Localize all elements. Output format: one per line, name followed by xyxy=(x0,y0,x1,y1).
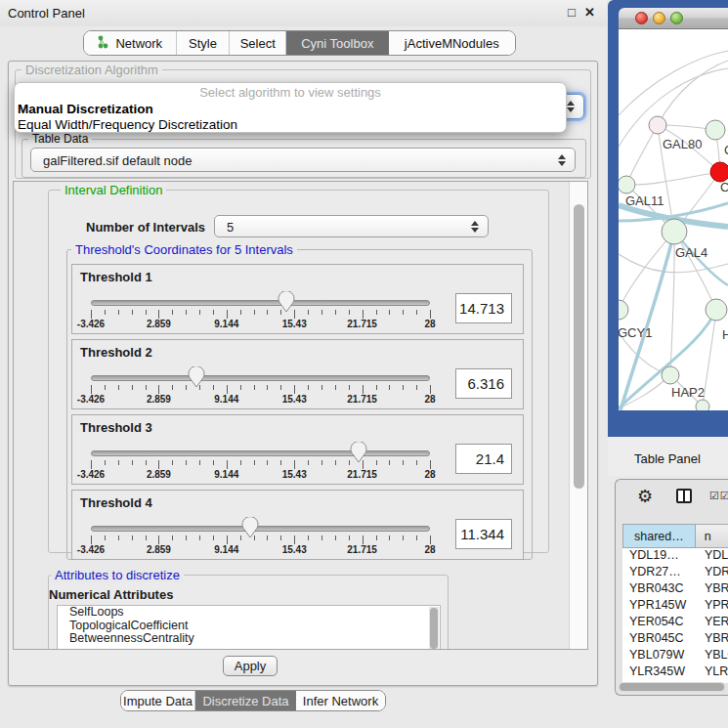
column-header-shared[interactable]: shared… xyxy=(622,524,696,548)
threshold-box-4: Threshold 4-3.4262.8599.14415.4321.71528… xyxy=(71,490,524,560)
dropdown-option-equal-width-frequency[interactable]: Equal Width/Frequency Discretization xyxy=(15,117,566,133)
column-header-name[interactable]: n xyxy=(696,524,728,548)
node-label: G xyxy=(724,143,728,157)
network-icon xyxy=(97,35,109,52)
threshold-value-field[interactable]: 6.316 xyxy=(455,368,512,399)
cell-shared-name: YPR145W xyxy=(622,598,696,615)
discretization-algorithm-group-title: Discretization Algorithm xyxy=(21,63,162,77)
network-node[interactable] xyxy=(619,300,628,320)
tab-discretize-data[interactable]: Discretize Data xyxy=(195,691,296,710)
attribute-list-item[interactable]: TopologicalCoefficient xyxy=(58,620,440,633)
network-node[interactable] xyxy=(649,116,666,134)
network-canvas[interactable]: GAL80GAL11GAL4GCY1HAP2GCH xyxy=(619,29,728,410)
network-view-window: GAL80GAL11GAL4GCY1HAP2GCH xyxy=(608,0,728,437)
select-rows-checkbox-icon[interactable]: ☑☑ xyxy=(709,490,728,502)
attribute-list-item[interactable]: BetweennessCentrality xyxy=(58,632,440,646)
threshold-value-field[interactable]: 14.713 xyxy=(455,293,512,323)
cell-name: YPR1 xyxy=(696,598,728,615)
slider-track[interactable] xyxy=(91,526,430,532)
slider-thumb[interactable] xyxy=(350,442,367,467)
tab-impute-data[interactable]: Impute Data xyxy=(121,691,195,710)
settings-scroll-viewport: Interval Definition Number of Intervals … xyxy=(13,181,588,650)
table-panel-toolbar: ⚙ ☑☑ xyxy=(616,480,728,519)
dropdown-option-manual-discretization[interactable]: Manual Discretization xyxy=(15,102,566,117)
scrollbar-thumb[interactable] xyxy=(574,204,584,489)
cell-name: YBR0 xyxy=(696,581,728,598)
node-label: GAL11 xyxy=(625,193,664,208)
tab-select[interactable]: Select xyxy=(230,31,286,55)
network-window-titlebar[interactable] xyxy=(619,8,728,29)
table-row[interactable]: YER054CYER0 xyxy=(622,615,728,631)
close-traffic-light-icon[interactable] xyxy=(635,12,648,24)
table-horizontal-scrollbar[interactable] xyxy=(619,682,726,692)
numerical-attributes-list[interactable]: SelfLoopsTopologicalCoefficientBetweenne… xyxy=(57,605,441,650)
table-row[interactable]: YDL19…YDL1 xyxy=(622,548,728,565)
tab-style[interactable]: Style xyxy=(177,31,231,55)
slider-thumb[interactable] xyxy=(278,291,295,317)
slider-track[interactable] xyxy=(91,300,430,306)
slider-track[interactable] xyxy=(91,375,430,381)
attributes-list-scrollbar[interactable] xyxy=(429,607,439,650)
attributes-group-title: Attributes to discretize xyxy=(51,568,184,582)
threshold-box-1: Threshold 1-3.4262.8599.14415.4321.71528… xyxy=(71,264,524,334)
number-of-intervals-combo[interactable]: 5 xyxy=(214,215,489,237)
node-table: shared… n YDL19…YDL1YDR27…YDR2YBR043CYBR… xyxy=(622,524,728,683)
network-node[interactable] xyxy=(706,299,727,321)
cell-name: YDR2 xyxy=(696,565,728,581)
table-data-combo[interactable]: galFiltered.sif default node xyxy=(30,148,576,172)
cell-name: YBL0 xyxy=(696,648,728,664)
zoom-traffic-light-icon[interactable] xyxy=(670,12,683,24)
gear-icon[interactable]: ⚙ xyxy=(637,486,653,506)
slider-thumb[interactable] xyxy=(241,517,259,542)
slider-tick-labels: -3.4262.8599.14415.4321.71528 xyxy=(91,319,431,331)
top-tab-bar: Network Style Select Cyni Toolbox jActiv… xyxy=(83,30,516,56)
float-window-icon[interactable]: □ xyxy=(568,5,576,20)
scrollbar-thumb[interactable] xyxy=(620,683,724,691)
node-label: HAP2 xyxy=(671,385,705,400)
threshold-label: Threshold 3 xyxy=(80,420,152,435)
network-node[interactable] xyxy=(662,366,679,384)
table-row[interactable]: YBR045CYBR0 xyxy=(622,631,728,648)
tab-cyni-toolbox[interactable]: Cyni Toolbox xyxy=(286,31,389,55)
network-node[interactable] xyxy=(706,120,725,140)
cell-shared-name: YBR045C xyxy=(622,631,696,648)
minimize-traffic-light-icon[interactable] xyxy=(653,12,665,24)
combo-arrows-icon xyxy=(471,221,479,233)
tab-cyni-toolbox-label: Cyni Toolbox xyxy=(301,36,373,51)
apply-button[interactable]: Apply xyxy=(223,656,278,676)
tab-infer-network[interactable]: Infer Network xyxy=(296,691,385,710)
table-data-combo-value: galFiltered.sif default node xyxy=(43,152,192,167)
slider-thumb[interactable] xyxy=(188,366,205,392)
tab-network[interactable]: Network xyxy=(84,31,177,55)
columns-icon[interactable] xyxy=(676,489,692,503)
threshold-label: Threshold 4 xyxy=(80,495,152,510)
dropdown-prompt-item[interactable]: Select algorithm to view settings xyxy=(15,83,566,102)
tab-jactivemnodules-label: jActiveMNodules xyxy=(405,36,499,51)
table-row[interactable]: YDR27…YDR2 xyxy=(622,565,728,581)
network-graph: GAL80GAL11GAL4GCY1HAP2GCH xyxy=(619,29,728,410)
control-panel-titlebar: Control Panel □ ✕ xyxy=(0,0,607,26)
network-node[interactable] xyxy=(662,219,687,244)
panel-vertical-scrollbar[interactable] xyxy=(569,182,587,649)
table-row[interactable]: YPR145WYPR1 xyxy=(622,598,728,615)
algorithm-dropdown-popup: Select algorithm to view settings Manual… xyxy=(14,82,567,133)
cell-shared-name: YDL19… xyxy=(622,548,696,565)
slider-track[interactable] xyxy=(91,450,430,456)
tab-jactivemnodules[interactable]: jActiveMNodules xyxy=(389,31,515,55)
network-node[interactable] xyxy=(619,176,635,193)
cyni-toolbox-panel: Discretization Algorithm Table Data galF… xyxy=(8,61,598,686)
combo-arrows-icon xyxy=(567,101,575,112)
close-window-icon[interactable]: ✕ xyxy=(584,5,595,20)
slider-tick-labels: -3.4262.8599.14415.4321.71528 xyxy=(91,469,431,482)
cell-name: YBR0 xyxy=(696,631,728,648)
threshold-value-field[interactable]: 11.344 xyxy=(455,519,512,549)
threshold-value-field[interactable]: 21.4 xyxy=(455,444,512,474)
threshold-box-3: Threshold 3-3.4262.8599.14415.4321.71528… xyxy=(71,414,524,485)
window-title: Control Panel xyxy=(8,6,85,21)
network-node[interactable] xyxy=(696,400,709,410)
table-row[interactable]: YLR345WYLR3 xyxy=(622,664,728,681)
table-row[interactable]: YBR043CYBR0 xyxy=(622,581,728,598)
table-row[interactable]: YBL079WYBL0 xyxy=(622,648,728,664)
attribute-list-item[interactable]: SelfLoops xyxy=(58,606,440,620)
network-node[interactable] xyxy=(710,162,728,182)
